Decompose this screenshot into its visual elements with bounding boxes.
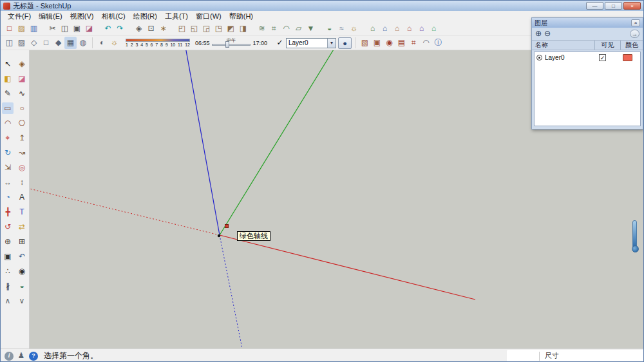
undo-button[interactable]: ↶	[102, 23, 114, 35]
time-slider-track[interactable]	[212, 44, 251, 46]
close-button[interactable]: ×	[623, 2, 641, 10]
vertical-slider[interactable]	[632, 220, 637, 249]
time-slider[interactable]: 06:55 中午 17:00	[195, 38, 267, 48]
geolocation-icon[interactable]: i	[5, 352, 14, 361]
rectangle-tool-button[interactable]: ▭	[2, 102, 14, 114]
view-right-button[interactable]: ⌂	[403, 23, 415, 35]
red-axis-dashed[interactable]	[30, 189, 220, 235]
match-photo-button[interactable]: ▣	[371, 37, 383, 49]
photo-texture-button[interactable]: ▧	[359, 37, 371, 49]
measurement-input[interactable]	[564, 352, 643, 361]
view-top-button[interactable]: ⌂	[379, 23, 391, 35]
smoove-button[interactable]: ◠	[280, 23, 292, 35]
back-edges-button[interactable]: ▨	[15, 37, 28, 49]
zoom-window-tool-button[interactable]: ⊞	[16, 236, 28, 247]
previous-view-tool-button[interactable]: ↶	[16, 251, 28, 262]
pan-tool-button[interactable]: ⇄	[16, 221, 28, 233]
walk-tool-button[interactable]: ∦	[2, 280, 14, 292]
date-slider-track[interactable]	[126, 39, 190, 42]
move-tool-button[interactable]: ⌖	[2, 132, 14, 144]
menu-tools[interactable]: 工具(T)	[161, 11, 192, 22]
stamp-button[interactable]: ▱	[292, 23, 305, 35]
shadow-settings-button[interactable]: ◐	[96, 37, 108, 49]
layer-manager-button[interactable]: ●	[338, 37, 352, 49]
view-back-button[interactable]: ⌂	[415, 23, 428, 35]
cut-button[interactable]: ✂	[46, 23, 59, 35]
dc-interact-button[interactable]: ◉	[383, 37, 395, 49]
new-button[interactable]: □	[3, 23, 15, 35]
sandbox-scratch-button[interactable]: ⌗	[268, 23, 280, 35]
layer-color-swatch[interactable]	[623, 54, 632, 61]
layers-panel-titlebar[interactable]: 图层 ×	[532, 18, 643, 28]
view-front-button[interactable]: ⌂	[391, 23, 403, 35]
freehand-tool-button[interactable]: ∿	[16, 88, 28, 99]
maximize-button[interactable]: □	[605, 2, 622, 10]
dimension-tool-button[interactable]: ↕	[16, 176, 28, 188]
fog-button[interactable]: ≈	[336, 23, 348, 35]
line-tool-button[interactable]: ✎	[2, 88, 14, 99]
explode-button[interactable]: ∗	[157, 23, 169, 35]
follow-me-tool-button[interactable]: ↝	[16, 147, 28, 158]
select-tool-button[interactable]: ↖	[2, 58, 14, 70]
circle-tool-button[interactable]: ○	[16, 102, 28, 114]
titlebar[interactable]: 无标题 - SketchUp — □ ×	[1, 1, 643, 11]
solid-split-button[interactable]: ◨	[237, 23, 249, 35]
axes-tool-button[interactable]: ╋	[2, 206, 14, 218]
text-tool-button[interactable]: A	[16, 191, 28, 203]
menu-edit[interactable]: 编辑(E)	[35, 11, 66, 22]
time-slider-thumb[interactable]	[225, 41, 229, 48]
rotate-tool-button[interactable]: ↻	[2, 147, 14, 158]
layers-panel-close-button[interactable]: ×	[631, 19, 640, 26]
zoom-extents-tool-button[interactable]: ▣	[2, 251, 14, 262]
tape-measure-tool-button[interactable]: ↔	[2, 176, 14, 188]
remove-layer-button[interactable]: ⊖	[544, 30, 551, 38]
protractor-tool-button[interactable]: ◔	[2, 191, 14, 203]
3d-text-tool-button[interactable]: T	[16, 206, 28, 218]
menu-window[interactable]: 窗口(W)	[192, 11, 225, 22]
date-slider[interactable]: 123456789101112	[126, 39, 190, 48]
menu-camera[interactable]: 相机(C)	[97, 11, 129, 22]
open-button[interactable]: ▨	[15, 23, 28, 35]
eraser-tool-button[interactable]: ◪	[16, 73, 28, 84]
layer-visible-checkbox[interactable]: ✓	[599, 54, 606, 61]
paste-button[interactable]: ▣	[71, 23, 83, 35]
make-component-button[interactable]: ◈	[133, 23, 145, 35]
polygon-tool-button[interactable]: ⎔	[16, 117, 28, 129]
scroll-down-button[interactable]: ∨	[16, 295, 28, 307]
layer-dropdown[interactable]: Layer0 ▾	[286, 38, 336, 48]
component-tool-button[interactable]: ◈	[16, 58, 28, 70]
solid-union-button[interactable]: ◱	[188, 23, 200, 35]
scroll-up-button[interactable]: ∧	[2, 295, 14, 307]
zoom-tool-button[interactable]: ⊕	[2, 236, 14, 247]
shaded-button[interactable]: ◆	[52, 37, 64, 49]
sandbox-contours-button[interactable]: ≋	[256, 23, 268, 35]
layer-details-button[interactable]: →	[630, 30, 639, 38]
push-pull-tool-button[interactable]: ↥	[16, 132, 28, 144]
section-plane-tool-button[interactable]: ◒	[16, 280, 28, 292]
soften-edges-button[interactable]: ◠	[420, 37, 432, 49]
save-button[interactable]: ▥	[28, 23, 40, 35]
erase-button[interactable]: ◪	[83, 23, 95, 35]
menu-view[interactable]: 视图(V)	[66, 11, 98, 22]
instructor-button[interactable]: ⓘ	[432, 37, 444, 49]
shadow-toggle-button[interactable]: ☼	[108, 37, 120, 49]
scale-tool-button[interactable]: ⇲	[2, 162, 14, 173]
layer-dropdown-arrow[interactable]: ▾	[327, 39, 336, 48]
section-plane-button[interactable]: ◒	[323, 23, 336, 35]
paint-bucket-tool-button[interactable]: ◧	[2, 73, 14, 84]
view-iso-button[interactable]: ⌂	[366, 23, 379, 35]
dc-options-button[interactable]: ▤	[395, 37, 408, 49]
look-around-tool-button[interactable]: ◉	[16, 265, 28, 277]
wireframe-button[interactable]: ◇	[28, 37, 40, 49]
dc-attributes-button[interactable]: ⌗	[408, 37, 420, 49]
solid-trim-button[interactable]: ◳	[213, 23, 225, 35]
column-header-name[interactable]: 名称	[532, 41, 595, 50]
hidden-line-button[interactable]: □	[40, 37, 52, 49]
arc-tool-button[interactable]: ◠	[2, 117, 14, 129]
active-layer-radio[interactable]	[536, 55, 542, 61]
column-header-visible[interactable]: 可见	[595, 41, 621, 50]
xray-button[interactable]: ◫	[3, 37, 15, 49]
position-camera-tool-button[interactable]: ∴	[2, 265, 14, 277]
offset-tool-button[interactable]: ◎	[16, 162, 28, 173]
monochrome-button[interactable]: ◍	[77, 37, 89, 49]
